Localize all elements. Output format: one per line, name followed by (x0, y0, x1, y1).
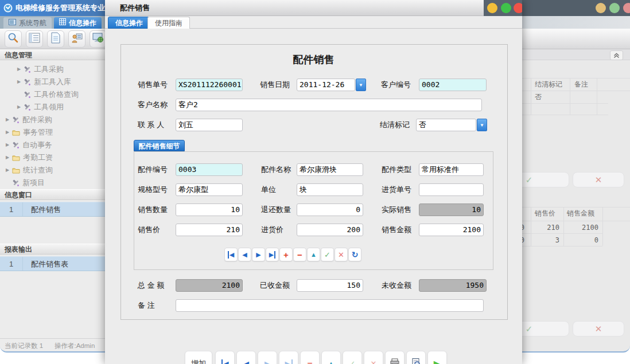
sidebar-item-auto-affair[interactable]: ▶ 自动事务 (0, 139, 105, 151)
check-icon: ✓ (526, 175, 533, 185)
part-type-field[interactable]: 常用标准件 (419, 163, 484, 176)
operator-button[interactable] (68, 30, 85, 48)
dialog-tab-info-operation[interactable]: 信息操作 (108, 17, 150, 29)
screen: 电梯维修服务管理系统专业版 系统导航 信息操作 (0, 0, 630, 364)
search-icon (7, 32, 20, 46)
sidebar-item-tool-issue[interactable]: ▶ 工具领用 (0, 101, 105, 113)
record-delete-button[interactable]: − (300, 351, 320, 364)
search-button[interactable] (5, 30, 22, 48)
return-qty-field[interactable]: 0 (297, 203, 363, 216)
sale-qty-field[interactable]: 10 (176, 203, 243, 216)
tab-info-operation[interactable]: 信息操作 (54, 17, 102, 29)
tool-icon (12, 116, 20, 124)
customer-name-field[interactable]: 客户2 (176, 99, 482, 111)
cancel-button-background[interactable]: ✕ (573, 172, 624, 187)
tool-icon (24, 79, 31, 86)
expander-icon[interactable]: ▶ (5, 126, 10, 139)
add-button[interactable]: 增加 (185, 351, 212, 364)
detail-refresh-button[interactable]: ↻ (348, 248, 361, 261)
play-icon: ▶ (434, 358, 441, 364)
detail-first-button[interactable]: ◀ (224, 248, 238, 261)
sidebar-item-statistics-query[interactable]: ▶ 统计查询 (0, 164, 105, 177)
dialog-close-button[interactable] (514, 3, 522, 13)
sale-amount-label: 销售金额 (382, 224, 411, 236)
remark-field[interactable] (176, 299, 484, 312)
detail-post-button[interactable]: ✓ (321, 248, 334, 261)
report-row-part-sale-report[interactable]: 1 配件销售表 (0, 256, 105, 271)
triangle-up-icon: ▲ (310, 251, 317, 258)
sidebar-item-affair-management[interactable]: ▶ 事务管理 (0, 126, 105, 139)
spec-field[interactable]: 希尔康型 (176, 183, 243, 196)
detail-delete-row-button[interactable]: − (293, 248, 306, 261)
record-cancel-button[interactable]: ✕ (364, 351, 383, 364)
detail-edit-button[interactable]: ▲ (307, 248, 320, 261)
sale-no-field[interactable]: XS201112260001 (176, 79, 243, 91)
dialog-minimize-button[interactable] (487, 3, 497, 13)
expander-icon[interactable]: ▶ (5, 151, 10, 164)
sale-date-dropdown-button[interactable]: ▼ (356, 79, 366, 91)
contact-field[interactable]: 刘五 (176, 119, 243, 131)
record-edit-button[interactable]: ▲ (321, 351, 341, 364)
customer-no-field[interactable]: 0002 (419, 79, 487, 91)
settle-flag-field[interactable]: 否 (416, 119, 476, 131)
minimize-button[interactable] (596, 3, 606, 13)
maximize-button[interactable] (609, 3, 620, 13)
record-prev-button[interactable]: ◀ (236, 351, 256, 364)
expander-icon[interactable]: ▶ (5, 164, 10, 177)
settle-flag-dropdown-button[interactable]: ▼ (477, 119, 487, 131)
detail-add-row-button[interactable]: + (279, 248, 293, 261)
info-window-row-part-sale[interactable]: 1 配件销售 (0, 202, 105, 217)
record-last-button[interactable]: ▶ (279, 351, 298, 364)
table-line (570, 78, 570, 115)
part-type-label: 配件类型 (382, 163, 411, 176)
detail-prev-button[interactable]: ◀ (238, 248, 251, 261)
sidebar-item-part-purchase[interactable]: ▶ 配件采购 (0, 113, 105, 126)
purchase-price-field[interactable]: 200 (297, 224, 363, 236)
part-name-field[interactable]: 希尔康滑块 (297, 163, 363, 176)
print-preview-button[interactable] (406, 351, 426, 364)
expander-icon[interactable]: ▶ (16, 101, 22, 113)
run-report-button[interactable]: ▶ (427, 351, 447, 364)
records-button[interactable] (26, 30, 43, 48)
tab-system-navigation[interactable]: 系统导航 (3, 17, 52, 29)
part-no-field[interactable]: 0003 (176, 163, 243, 176)
detail-cancel-button[interactable]: ✕ (335, 248, 348, 261)
expander-icon[interactable]: ▶ (16, 76, 22, 88)
sale-price-field[interactable]: 210 (176, 224, 243, 236)
detail-next-button[interactable]: ▶ (252, 248, 265, 261)
form-heading: 配件销售 (105, 53, 522, 66)
detail-subtab[interactable]: 配件销售细节 (134, 140, 185, 151)
dialog-tab-user-guide[interactable]: 使用指南 (147, 17, 190, 29)
unit-field[interactable]: 块 (297, 183, 363, 196)
triangle-up-icon: ▲ (328, 359, 335, 364)
expander-icon[interactable]: ▶ (16, 63, 22, 76)
contact-label: 联 系 人 (138, 119, 164, 131)
section-header-info-management: 信息管理 (0, 49, 105, 60)
cancel-button-background-lower[interactable]: ✕ (573, 321, 624, 336)
sale-amount-field[interactable]: 2100 (419, 224, 484, 236)
sidebar-item-new-project[interactable]: 新项目 (0, 177, 105, 189)
purchase-no-field[interactable] (419, 183, 484, 196)
sidebar-item-tool-price-query[interactable]: 工具价格查询 (0, 88, 105, 101)
dialog-maximize-button[interactable] (501, 3, 511, 13)
print-button[interactable] (385, 351, 405, 364)
received-amount-field[interactable]: 150 (297, 279, 363, 292)
document-icon (51, 32, 60, 46)
sidebar-item-tool-purchase[interactable]: ▶ 工具采购 (0, 63, 105, 76)
document-button[interactable] (47, 30, 64, 48)
sidebar-item-attendance-salary[interactable]: ▶ 考勤工资 (0, 151, 105, 164)
record-post-button[interactable]: ✓ (343, 351, 362, 364)
detail-last-button[interactable]: ▶ (266, 248, 279, 261)
sidebar-item-new-tool-in[interactable]: ▶ 新工具入库 (0, 76, 105, 88)
expander-icon[interactable]: ▶ (5, 139, 10, 151)
sale-date-field[interactable]: 2011-12-26 (297, 79, 355, 91)
printer-icon (390, 358, 400, 364)
record-first-button[interactable]: ◀ (215, 351, 235, 364)
expander-icon[interactable]: ▶ (5, 113, 10, 126)
close-button[interactable] (623, 3, 630, 13)
refresh-icon: ↻ (352, 250, 359, 259)
monitor-button[interactable] (90, 30, 107, 48)
user-report-icon (71, 32, 83, 46)
collapse-panel-button[interactable] (610, 50, 623, 60)
record-next-button[interactable]: ▶ (258, 351, 277, 364)
